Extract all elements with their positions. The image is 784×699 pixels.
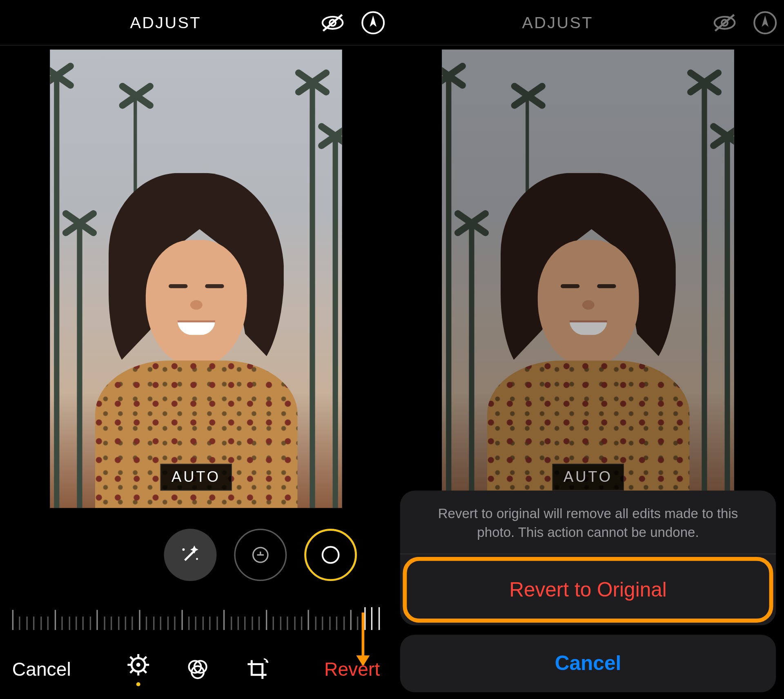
exposure-icon bbox=[249, 543, 272, 566]
mode-title: ADJUST bbox=[522, 13, 593, 32]
top-bar: ADJUST bbox=[392, 0, 784, 46]
brilliance-tool[interactable] bbox=[304, 529, 356, 581]
filters-icon[interactable] bbox=[185, 657, 209, 681]
action-sheet-card: Revert to original will remove all edits… bbox=[400, 491, 776, 626]
adjustment-slider[interactable] bbox=[12, 603, 380, 630]
revert-button[interactable]: Revert bbox=[324, 659, 380, 681]
bottom-bar: Cancel Revert bbox=[0, 640, 392, 699]
top-bar: ADJUST bbox=[0, 0, 392, 46]
svg-line-16 bbox=[130, 657, 133, 660]
tutorial-highlight: Revert to Original bbox=[403, 557, 773, 623]
auto-badge: AUTO bbox=[552, 464, 624, 491]
svg-point-5 bbox=[182, 548, 185, 551]
adjustment-tools bbox=[0, 521, 392, 588]
svg-line-17 bbox=[144, 670, 147, 673]
editor-screen-before: ADJUST bbox=[0, 0, 392, 699]
svg-point-6 bbox=[196, 558, 198, 560]
auto-enhance-tool[interactable] bbox=[164, 529, 216, 581]
svg-point-10 bbox=[322, 547, 339, 563]
adjust-tab[interactable] bbox=[126, 653, 150, 686]
svg-point-20 bbox=[136, 663, 140, 667]
action-sheet-message: Revert to original will remove all edits… bbox=[400, 491, 776, 554]
crop-icon[interactable] bbox=[245, 657, 269, 681]
auto-badge: AUTO bbox=[160, 464, 232, 491]
exposure-tool[interactable] bbox=[234, 529, 287, 581]
svg-line-18 bbox=[144, 657, 147, 660]
adjust-icon bbox=[126, 653, 150, 677]
sheet-cancel-button[interactable]: Cancel bbox=[400, 634, 776, 692]
magic-wand-icon bbox=[176, 541, 203, 568]
markup-icon[interactable] bbox=[361, 10, 385, 34]
action-sheet-cancel-card: Cancel bbox=[400, 634, 776, 692]
mode-title: ADJUST bbox=[130, 13, 201, 32]
editor-screen-revert-sheet: ADJUST bbox=[392, 0, 784, 699]
eye-off-icon bbox=[711, 9, 738, 36]
photo-preview[interactable]: AUTO bbox=[50, 49, 342, 508]
svg-line-19 bbox=[130, 670, 133, 673]
action-sheet: Revert to original will remove all edits… bbox=[400, 491, 776, 692]
markup-icon bbox=[753, 10, 777, 34]
cancel-button[interactable]: Cancel bbox=[12, 659, 71, 681]
eye-off-icon[interactable] bbox=[319, 9, 346, 36]
revert-to-original-button[interactable]: Revert to Original bbox=[407, 561, 769, 619]
brilliance-icon bbox=[319, 543, 342, 566]
photo-preview: AUTO bbox=[442, 49, 734, 508]
